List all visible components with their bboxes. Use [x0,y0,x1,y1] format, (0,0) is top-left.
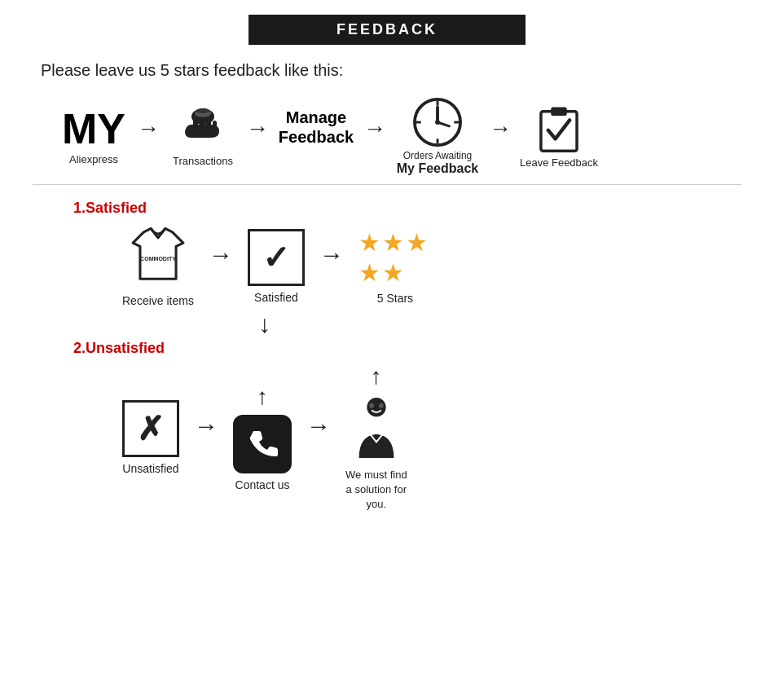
svg-point-2 [196,108,209,113]
arrow-3: → [363,116,386,142]
star-5: ★ [382,258,404,287]
svg-rect-6 [213,121,217,129]
transactions-icon [178,107,227,155]
svg-rect-4 [200,117,204,128]
flow-step-manage-feedback: ManageFeedback [275,108,357,166]
up-arrow-to-stars: ↑ [371,363,382,390]
process-step-stars: ★ ★ ★ ★ ★ 5 Stars [358,228,432,305]
five-stars-label: 5 Stars [377,292,413,305]
svg-line-10 [438,122,450,126]
process-step-solution: ↑ [345,363,407,513]
process-step-unsatisfied: ✗ Unsatisfied [122,400,179,475]
flow-step-orders-awaiting: Orders Awaiting My Feedback [393,98,482,176]
aliexpress-label: Aliexpress [69,153,118,166]
stars-display: ★ ★ ★ ★ ★ [358,228,432,287]
main-content: Please leave us 5 stars feedback like th… [0,45,774,529]
divider-1 [33,184,741,185]
receive-items-label: Receive items [122,294,194,307]
subtitle: Please leave us 5 stars feedback like th… [41,61,741,80]
process-step-receive: COMMODITY Receive items [122,225,194,307]
process-step-contact: ↑ Contact us [233,384,292,491]
arrow-1: → [137,116,160,142]
unsatisfied-label: Unsatisfied [122,462,178,475]
star-2: ★ [382,228,404,257]
clock-icon [413,98,462,150]
leave-feedback-label: Leave Feedback [520,156,598,169]
svg-point-20 [369,403,374,408]
svg-text:COMMODITY: COMMODITY [140,256,176,262]
unsatisfied-arrow-1: → [194,412,218,440]
header-bar: FEEDBACK [248,15,526,45]
checkmark-box: ✓ [248,229,305,286]
unsatisfied-section-label: 2.Unsatisfied [73,340,165,357]
svg-point-21 [379,403,384,408]
unsatisfied-row: ✗ Unsatisfied → ↑ Contact us → [122,363,407,513]
flow-row: MY Aliexpress → [57,98,741,176]
up-arrow-to-satisfied: ↑ [257,384,268,410]
svg-rect-3 [193,118,198,128]
svg-rect-5 [206,118,211,128]
orders-awaiting-bold-label: My Feedback [397,161,478,176]
star-1: ★ [358,228,380,257]
clipboard-icon [534,104,583,156]
contact-us-label: Contact us [235,478,290,491]
x-box: ✗ [122,400,179,457]
flow-step-leave-feedback: Leave Feedback [518,104,600,169]
solution-label: We must finda solution foryou. [345,468,407,513]
flow-step-transactions: Transactions [166,107,240,168]
unsatisfied-arrow-2: → [306,412,331,440]
shirt-icon: COMMODITY [125,225,191,289]
manage-feedback-label: ManageFeedback [279,108,354,147]
down-arrow: ↓ [258,310,270,338]
unsatisfied-column: ↓ 2.Unsatisfied ✗ Unsatisfied → ↑ [122,310,407,513]
process-step-satisfied: ✓ Satisfied [248,229,305,304]
phone-icon-box [233,415,292,473]
star-3: ★ [406,228,428,257]
page-title: FEEDBACK [336,21,438,37]
satisfied-label: Satisfied [254,291,298,304]
satisfied-arrow-1: → [209,241,233,269]
satisfied-section-label: 1.Satisfied [73,200,741,217]
star-4: ★ [358,258,380,287]
flow-step-aliexpress: MY Aliexpress [57,108,130,166]
svg-marker-17 [133,228,183,279]
orders-awaiting-top-label: Orders Awaiting [403,150,473,161]
satisfied-arrow-2: → [319,241,344,269]
person-icon [348,394,405,463]
svg-point-19 [367,398,385,416]
my-icon: MY [62,108,125,150]
transactions-label: Transactions [173,155,233,168]
svg-rect-16 [551,108,566,117]
arrow-2: → [246,116,269,142]
arrow-4: → [489,116,512,142]
satisfied-row: COMMODITY Receive items → ✓ Satisfied → … [122,225,741,307]
